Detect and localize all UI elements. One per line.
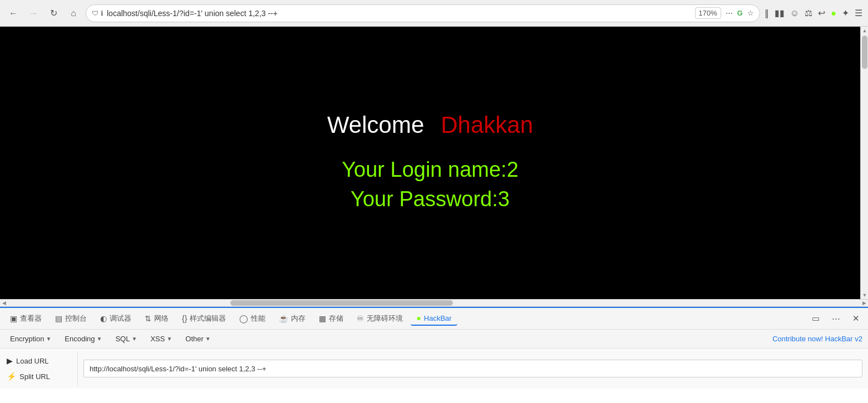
- hackbar-left-buttons: ▶ Load URL ⚡ Split URL: [0, 351, 78, 386]
- welcome-line: Welcome Dhakkan: [327, 112, 533, 138]
- scroll-down-arrow[interactable]: ▼: [861, 291, 868, 299]
- xss-menu[interactable]: XSS ▼: [146, 333, 176, 345]
- horizontal-scrollbar[interactable]: ◀ ▶: [0, 299, 868, 307]
- debugger-label: 调试器: [110, 314, 131, 324]
- account-icon[interactable]: ☺: [790, 8, 799, 18]
- inspector-icon: ▣: [10, 314, 17, 323]
- back-button[interactable]: ←: [6, 6, 21, 21]
- encoding-menu[interactable]: Encoding ▼: [60, 333, 106, 345]
- sql-arrow: ▼: [131, 336, 137, 342]
- menu-icon[interactable]: ☰: [855, 8, 862, 18]
- security-icons: 🛡 ℹ: [92, 9, 103, 17]
- main-content: Welcome Dhakkan Your Login name:2 Your P…: [0, 27, 860, 299]
- login-info: Your Login name:2 Your Password:3: [342, 155, 519, 214]
- performance-label: 性能: [251, 314, 265, 324]
- forward-button[interactable]: →: [26, 6, 41, 21]
- devtools-console-tab[interactable]: ▤ 控制台: [50, 311, 92, 326]
- address-bar-right: 170% ⋯ G ☆: [695, 7, 754, 19]
- encryption-arrow: ▼: [46, 336, 51, 342]
- other-arrow: ▼: [205, 336, 211, 342]
- memory-icon: ☕: [279, 314, 288, 323]
- memory-label: 内存: [291, 314, 305, 324]
- contribute-text[interactable]: Contribute now! HackBar v2: [772, 335, 862, 343]
- network-icon: ⇅: [145, 314, 151, 323]
- devtools-bar: ▣ 查看器 ▤ 控制台 ◐ 调试器 ⇅ 网络 {} 样式编辑器 ◯ 性能 ☕ 内…: [0, 307, 868, 329]
- sql-menu[interactable]: SQL ▼: [111, 333, 141, 345]
- scroll-thumb[interactable]: [862, 36, 867, 69]
- other-menu[interactable]: Other ▼: [181, 333, 215, 345]
- style-label: 样式编辑器: [190, 314, 226, 324]
- hackbar-menu: Encryption ▼ Encoding ▼ SQL ▼ XSS ▼ Othe…: [0, 330, 868, 349]
- username-text: Dhakkan: [441, 112, 533, 138]
- storage-label: 存储: [329, 314, 343, 324]
- accessibility-label: 无障碍环境: [367, 314, 403, 324]
- encryption-menu[interactable]: Encryption ▼: [6, 333, 56, 345]
- devtools-hackbar-tab[interactable]: ● HackBar: [411, 311, 457, 326]
- h-scroll-thumb[interactable]: [230, 300, 453, 306]
- devtools-network-tab[interactable]: ⇅ 网络: [139, 311, 174, 326]
- performance-icon: ◯: [239, 314, 248, 323]
- console-icon: ▤: [55, 314, 62, 323]
- devtools-memory-tab[interactable]: ☕ 内存: [273, 311, 311, 326]
- browser-chrome: ← → ↻ ⌂ 🛡 ℹ localhost/sqli/Less-1/?id=-1…: [0, 0, 868, 27]
- vertical-scrollbar[interactable]: ▲ ▼: [860, 27, 868, 299]
- split-url-label: Split URL: [19, 372, 50, 381]
- style-icon: {}: [182, 314, 187, 323]
- inspector-label: 查看器: [20, 314, 42, 324]
- hackbar-dot-icon: ●: [416, 314, 421, 322]
- encoding-label: Encoding: [65, 335, 95, 343]
- devtools-more-button[interactable]: ⋯: [828, 311, 844, 326]
- hackbar-container: Encryption ▼ Encoding ▼ SQL ▼ XSS ▼ Othe…: [0, 329, 868, 389]
- bookmark-icon[interactable]: ☆: [747, 9, 754, 17]
- hackbar-url-area: http://localhost/sqli/Less-1/?id=-1' uni…: [78, 351, 868, 386]
- encryption-label: Encryption: [10, 335, 44, 343]
- devtools-performance-tab[interactable]: ◯ 性能: [234, 311, 271, 326]
- greasemonkey-icon[interactable]: G: [737, 9, 743, 17]
- sql-label: SQL: [115, 335, 130, 343]
- xss-arrow: ▼: [166, 336, 172, 342]
- h-scroll-track[interactable]: [8, 299, 860, 307]
- devtools-accessibility-tab[interactable]: ♾ 无障碍环境: [351, 311, 408, 326]
- zoom-indicator: 170%: [695, 7, 721, 19]
- storage-icon: ▦: [319, 314, 326, 323]
- extensions-icon[interactable]: ⚖: [805, 8, 812, 18]
- accessibility-icon: ♾: [357, 314, 364, 323]
- console-label: 控制台: [65, 314, 87, 324]
- devtools-right-actions: ▭ ⋯ ✕: [808, 311, 864, 326]
- scroll-left-arrow[interactable]: ◀: [0, 299, 8, 307]
- scroll-right-arrow[interactable]: ▶: [860, 299, 868, 307]
- scroll-track[interactable]: [861, 34, 868, 291]
- library-icon[interactable]: ‖: [765, 8, 769, 18]
- undo-icon[interactable]: ↩: [818, 8, 825, 18]
- home-button[interactable]: ⌂: [66, 6, 81, 21]
- scroll-up-arrow[interactable]: ▲: [861, 27, 868, 34]
- close-devtools-button[interactable]: ✕: [848, 311, 864, 326]
- devtools-debugger-tab[interactable]: ◐ 调试器: [95, 311, 137, 326]
- xss-label: XSS: [150, 335, 165, 343]
- debugger-icon: ◐: [100, 314, 107, 323]
- address-bar-container: 🛡 ℹ localhost/sqli/Less-1/?id=-1' union …: [86, 4, 760, 22]
- devtools-storage-tab[interactable]: ▦ 存储: [313, 311, 349, 326]
- hackbar-url-input[interactable]: http://localhost/sqli/Less-1/?id=-1' uni…: [83, 360, 862, 377]
- encoding-arrow: ▼: [97, 336, 102, 342]
- welcome-text: Welcome: [327, 112, 424, 138]
- login-name-line: Your Login name:2: [342, 155, 519, 185]
- undock-button[interactable]: ▭: [808, 311, 823, 326]
- other-label: Other: [185, 335, 204, 343]
- hackbar-label: HackBar: [424, 314, 452, 322]
- puzzle-icon[interactable]: ✦: [842, 8, 849, 18]
- password-line: Your Password:3: [342, 185, 519, 214]
- content-with-scrollbar: Welcome Dhakkan Your Login name:2 Your P…: [0, 27, 868, 299]
- load-url-label: Load URL: [16, 357, 49, 365]
- address-input[interactable]: localhost/sqli/Less-1/?id=-1' union sele…: [107, 9, 692, 18]
- info-icon: ℹ: [101, 9, 103, 17]
- load-url-button[interactable]: ▶ Load URL: [0, 353, 77, 369]
- reload-button[interactable]: ↻: [46, 6, 61, 21]
- toolbar-right: ‖ ▮▮ ☺ ⚖ ↩ ● ✦ ☰: [765, 8, 862, 18]
- more-options-icon[interactable]: ⋯: [726, 9, 733, 17]
- devtools-inspector-tab[interactable]: ▣ 查看器: [4, 311, 47, 326]
- load-url-icon: ▶: [7, 356, 13, 365]
- synced-tabs-icon[interactable]: ▮▮: [775, 8, 785, 18]
- devtools-style-tab[interactable]: {} 样式编辑器: [176, 311, 231, 326]
- split-url-button[interactable]: ⚡ Split URL: [0, 369, 77, 384]
